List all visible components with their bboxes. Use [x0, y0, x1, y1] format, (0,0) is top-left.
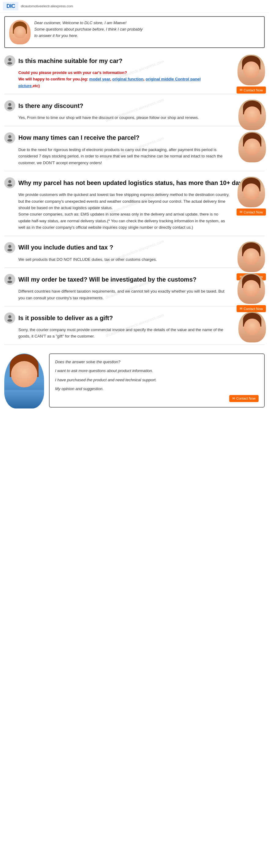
section-1-inner: Is this machine suitable for my car? Cou… [0, 52, 269, 91]
section-2-title: Is there any discount? [18, 102, 265, 110]
section-5-content: We sell products that DO NOT INCLUDE dut… [4, 256, 265, 262]
side-avatar-1-container: Contact Now [237, 55, 266, 94]
user-icon-6 [4, 274, 15, 285]
user-icon-3 [4, 132, 15, 144]
section-discount: Is there any discount? Yes, From time to… [0, 97, 269, 123]
section-2-text: Yes, From time to time our shop will hav… [18, 115, 199, 120]
chat-contact-area: Contact Now [55, 395, 259, 402]
divider-3 [4, 171, 265, 171]
user-icon-4 [4, 177, 15, 188]
side-avatar-6-container: Contact Now [237, 273, 266, 312]
section-7-header: Is it possible to deliver as a gift? [4, 312, 265, 323]
chat-box: Does the answer solve the question? I wa… [49, 353, 265, 408]
svg-point-9 [7, 249, 12, 251]
user-icon-5 [4, 242, 15, 253]
store-url: dlcautomotiveelectr.aliexpress.com [21, 4, 73, 8]
page-header: DIC dlcautomotiveelectr.aliexpress.com [0, 0, 269, 12]
svg-point-0 [8, 58, 11, 61]
side-avatar-5 [237, 242, 265, 272]
divider-5 [4, 268, 265, 268]
svg-point-7 [7, 184, 12, 186]
side-avatar-4 [237, 177, 265, 207]
section-3-content: Due to the need for rigorous testing of … [4, 147, 265, 166]
section-3-header: How many times can I receive the parcel? [4, 132, 265, 144]
side-avatar-1 [237, 55, 265, 85]
contact-btn-1[interactable]: Contact Now [237, 87, 266, 94]
side-avatar-4-container: Contact Now [237, 177, 266, 216]
side-avatar-7-container [238, 312, 266, 342]
section-1-content: Could you please provide us with your ca… [4, 69, 265, 89]
svg-point-2 [8, 103, 11, 106]
section-1-header: Is this machine suitable for my car? [4, 55, 265, 66]
side-avatar-2-container [238, 100, 266, 130]
chat-item-1: Does the answer solve the question? [55, 359, 259, 365]
section-3-title: How many times can I receive the parcel? [18, 134, 265, 141]
svg-point-6 [8, 180, 11, 183]
section-taxed-order: Will my order be taxed? Will be investig… [0, 270, 269, 304]
chat-item-4: My opinion and suggestion. [55, 386, 259, 392]
contact-btn-bottom[interactable]: Contact Now [229, 395, 259, 402]
svg-point-10 [8, 277, 11, 280]
side-avatar-7 [238, 312, 266, 342]
section-machine-suitable: Is this machine suitable for my car? Cou… [0, 52, 269, 91]
contact-btn-4[interactable]: Contact Now [237, 209, 266, 216]
chat-area: Does the answer solve the question? I wa… [49, 353, 265, 414]
section-6-header: Will my order be taxed? Will be investig… [4, 274, 265, 285]
section-7-content: Sorry, the courier company must provide … [4, 327, 265, 340]
svg-point-13 [7, 319, 12, 322]
original-function-link[interactable]: original function [112, 77, 144, 81]
section-6-title: Will my order be taxed? Will be investig… [18, 276, 265, 283]
section-4-header: Why my parcel has not been updated logis… [4, 177, 265, 188]
divider-7 [4, 345, 265, 345]
section-gift: Is it possible to deliver as a gift? Sor… [0, 309, 269, 342]
section-4-text: We provide customers with the quickest a… [18, 192, 230, 229]
section-4-inner: Why my parcel has not been updated logis… [0, 174, 269, 233]
section-2-content: Yes, From time to time our shop will hav… [4, 114, 265, 121]
side-avatar-3-container [238, 132, 266, 162]
section-5-header: Will you include duties and tax ? [4, 242, 265, 253]
section-2-header: Is there any discount? [4, 100, 265, 111]
section-7-text: Sorry, the courier company must provide … [18, 328, 223, 338]
section-1-title: Is this machine suitable for my car? [18, 58, 265, 64]
svg-point-3 [7, 107, 12, 110]
svg-point-1 [7, 62, 12, 64]
section-2-inner: Is there any discount? Yes, From time to… [0, 97, 269, 123]
section-7-inner: Is it possible to deliver as a gift? Sor… [0, 309, 269, 342]
svg-point-12 [8, 315, 11, 318]
welcome-avatar [9, 20, 31, 44]
user-icon-1 [4, 55, 15, 66]
section-6-text: Different countries have different taxat… [18, 289, 224, 300]
section-5-text: We sell products that DO NOT INCLUDE dut… [18, 257, 157, 262]
section-3-text: Due to the need for rigorous testing of … [18, 147, 222, 165]
section-duties-tax: Will you include duties and tax ? We sel… [0, 239, 269, 265]
chat-item-3: I have purchased the product and need te… [55, 377, 259, 383]
svg-point-8 [8, 245, 11, 248]
section-7-title: Is it possible to deliver as a gift? [18, 315, 265, 322]
model-year-link[interactable]: model year [89, 77, 110, 81]
section-4-title: Why my parcel has not been updated logis… [18, 180, 265, 186]
side-avatar-6 [237, 273, 265, 304]
section-6-content: Different countries have different taxat… [4, 288, 265, 301]
svg-point-11 [7, 281, 12, 283]
section-3-inner: How many times can I receive the parcel?… [0, 129, 269, 168]
logo: DIC [3, 2, 18, 10]
divider-6 [4, 306, 265, 306]
section-5-title: Will you include duties and tax ? [18, 244, 265, 251]
svg-point-5 [7, 139, 12, 142]
svg-point-4 [8, 135, 11, 138]
bottom-section: Does the answer solve the question? I wa… [0, 347, 269, 420]
section-5-inner: Will you include duties and tax ? We sel… [0, 239, 269, 265]
welcome-text: Dear customer, Welcome to DLC store, I a… [34, 20, 143, 39]
side-avatar-3 [238, 132, 266, 162]
section-logistics: Why my parcel has not been updated logis… [0, 174, 269, 233]
welcome-banner: Dear customer, Welcome to DLC store, I a… [4, 16, 265, 48]
bottom-avatar-large [4, 353, 44, 408]
user-icon-2 [4, 100, 15, 111]
watermark-bottom: dlcautomotiveelectr.aliexpress.com [157, 409, 269, 414]
section-parcel-times: How many times can I receive the parcel?… [0, 129, 269, 168]
section-1-text-line1: Could you please provide us with your ca… [18, 70, 201, 88]
chat-item-2: I want to ask more questions about produ… [55, 368, 259, 374]
user-icon-7 [4, 312, 15, 323]
section-4-content: We provide customers with the quickest a… [4, 191, 265, 231]
divider-2 [4, 126, 265, 126]
